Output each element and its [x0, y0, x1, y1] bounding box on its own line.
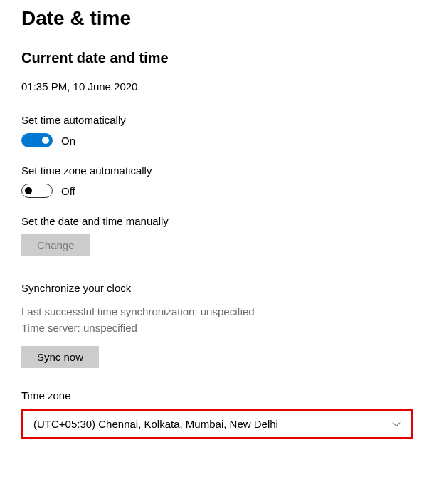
set-tz-auto-state: Off: [61, 185, 75, 197]
current-datetime: 01:35 PM, 10 June 2020: [21, 80, 413, 93]
change-button[interactable]: Change: [21, 234, 90, 256]
section-title: Current date and time: [21, 50, 413, 66]
chevron-down-icon: [392, 420, 401, 429]
timezone-highlight-box: (UTC+05:30) Chennai, Kolkata, Mumbai, Ne…: [21, 409, 413, 439]
set-time-auto-toggle[interactable]: [21, 133, 53, 147]
page-title: Date & time: [21, 7, 413, 30]
timezone-selected-value: (UTC+05:30) Chennai, Kolkata, Mumbai, Ne…: [33, 418, 278, 430]
timezone-dropdown[interactable]: (UTC+05:30) Chennai, Kolkata, Mumbai, Ne…: [25, 412, 409, 436]
time-server-info: Time server: unspecified: [21, 320, 413, 337]
set-time-auto-block: Set time automatically On: [21, 114, 413, 147]
set-time-auto-label: Set time automatically: [21, 114, 413, 126]
sync-section: Synchronize your clock Last successful t…: [21, 282, 413, 368]
toggle-knob-icon: [42, 137, 49, 144]
set-tz-auto-label: Set time zone automatically: [21, 164, 413, 177]
last-sync-info: Last successful time synchronization: un…: [21, 304, 413, 320]
set-tz-auto-toggle[interactable]: [21, 184, 53, 198]
sync-heading: Synchronize your clock: [21, 282, 413, 294]
manual-set-block: Set the date and time manually Change: [21, 215, 413, 256]
timezone-label: Time zone: [21, 389, 413, 401]
sync-now-button[interactable]: Sync now: [21, 346, 99, 368]
manual-set-label: Set the date and time manually: [21, 215, 413, 227]
set-time-auto-state: On: [61, 135, 75, 147]
set-tz-auto-block: Set time zone automatically Off: [21, 164, 413, 198]
timezone-section: Time zone (UTC+05:30) Chennai, Kolkata, …: [21, 389, 413, 439]
toggle-knob-icon: [25, 187, 32, 194]
